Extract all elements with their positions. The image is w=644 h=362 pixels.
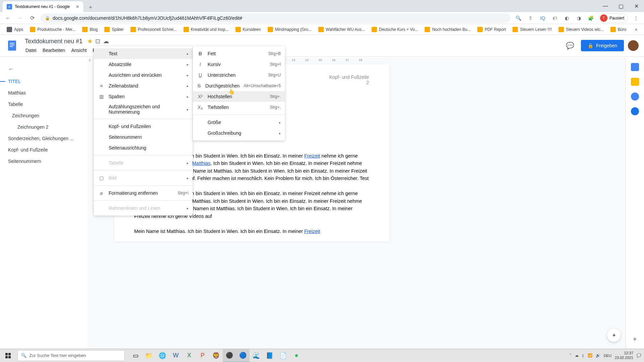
notifications-icon[interactable]: 💬 <box>637 353 641 358</box>
share-icon[interactable]: ⇪ <box>527 14 535 22</box>
outline-item[interactable]: Tabelle <box>3 99 85 110</box>
explore-button[interactable]: ✦ <box>607 328 621 342</box>
zoom-icon[interactable]: 🔍 <box>515 14 523 22</box>
word-icon[interactable]: W <box>169 349 182 362</box>
text-superscript[interactable]: X²HochstellenStrg+. <box>193 91 285 102</box>
obs-icon[interactable]: ⚫ <box>223 349 236 362</box>
bookmark-item[interactable]: Produktsuche - Mer... <box>27 25 78 34</box>
language-indicator[interactable]: DEU <box>604 354 611 358</box>
ext1-icon[interactable]: IQ <box>539 14 547 22</box>
back-button[interactable]: ← <box>4 14 12 22</box>
bookmark-item[interactable]: Kreativität und Insp... <box>181 25 231 34</box>
bookmark-item[interactable]: Steuern Videos wic... <box>556 25 606 34</box>
text-capitalization[interactable]: Großschreibung▸ <box>193 128 285 138</box>
wifi-icon[interactable]: 📶 <box>588 353 592 358</box>
menu-bearbeiten[interactable]: Bearbeiten <box>40 46 68 54</box>
bookmark-item[interactable]: Mindmapping (Gru... <box>265 25 314 34</box>
bookmark-item[interactable]: Büro <box>608 25 629 34</box>
new-tab-button[interactable]: + <box>86 3 95 12</box>
user-avatar[interactable] <box>628 40 639 51</box>
docs-logo[interactable] <box>5 39 19 52</box>
bookmark-item[interactable]: Später <box>102 25 126 34</box>
menu-datei[interactable]: Datei <box>23 46 39 54</box>
spotify-icon[interactable]: ● <box>290 349 303 362</box>
notepad-icon[interactable]: 📄 <box>276 349 290 362</box>
format-absatzstile[interactable]: Absatzstile▸ <box>94 59 193 70</box>
explorer-icon[interactable]: 📁 <box>142 349 156 362</box>
text-size[interactable]: Größe▸ <box>193 117 285 128</box>
text-underline[interactable]: UUnterstrichenStrg+U <box>193 70 285 80</box>
outline-item[interactable]: Matthias <box>3 87 85 98</box>
outline-item[interactable]: Zeichnungen 2 <box>3 122 85 132</box>
profile-paused-button[interactable]: T Pausiert <box>599 13 628 23</box>
edge-icon[interactable]: 🌐 <box>156 349 169 362</box>
format-text[interactable]: Text▸ <box>94 48 193 59</box>
tray-chevron-icon[interactable]: ˄ <box>570 353 572 358</box>
menu-icon[interactable]: ⋮ <box>632 14 640 22</box>
ext4-icon[interactable]: ◑ <box>575 14 583 22</box>
bookmarks-overflow[interactable]: » <box>632 26 640 33</box>
bookmark-item[interactable]: Blog <box>79 25 100 34</box>
task-view-button[interactable]: ▭ <box>129 349 142 362</box>
bookmark-item[interactable]: Kursideen <box>233 25 264 34</box>
start-button[interactable] <box>0 349 16 362</box>
excel-icon[interactable]: X <box>182 349 196 362</box>
text-italic[interactable]: IKursivStrg+I <box>193 59 285 70</box>
bookmark-item[interactable]: Wahlfächer WU Aus... <box>316 25 368 34</box>
menu-ansicht[interactable]: Ansicht <box>68 46 89 54</box>
format-bullets[interactable]: Aufzählungszeichen und Nummerierung▸ <box>94 102 193 117</box>
bluetooth-icon[interactable]: ᛒ <box>582 354 584 358</box>
format-header-footer[interactable]: Kopf- und Fußzeilen <box>94 121 193 132</box>
clock[interactable]: 12:37 23.02.2021 <box>615 351 633 360</box>
bookmark-item[interactable]: PDF Report <box>475 25 508 34</box>
outline-item[interactable]: Seitennummern <box>3 156 85 167</box>
outline-item[interactable]: Sonderzeichen, Gleichungen ... <box>3 133 85 144</box>
ext3-icon[interactable]: ◐ <box>563 14 571 22</box>
tasks-icon[interactable] <box>631 93 639 101</box>
browser-tab[interactable]: ≡ Textdokument neu #1 - Google ✕ <box>3 1 83 12</box>
format-page-numbers[interactable]: Seitennummern <box>94 132 193 142</box>
text-strike[interactable]: SDurchgestrichenAlt+Umschalttaste+5 <box>193 80 285 91</box>
url-bar[interactable]: 🔒 docs.google.com/document/d/1hUH8k6h7Lb… <box>40 13 511 23</box>
add-icon[interactable]: + <box>631 335 639 343</box>
outline-item[interactable]: TITEL <box>3 76 85 87</box>
brave-icon[interactable]: 🦁 <box>209 349 223 362</box>
close-window-button[interactable]: ✕ <box>629 0 644 12</box>
minimize-button[interactable]: — <box>598 0 613 12</box>
outline-item[interactable]: Kopf- und Fußzeile <box>3 144 85 155</box>
extensions-icon[interactable]: 🧩 <box>587 14 595 22</box>
share-button[interactable]: 🔒 Freigeben <box>581 40 624 51</box>
comments-button[interactable]: 💬 <box>564 39 577 52</box>
bookmark-apps[interactable]: Apps <box>4 25 26 34</box>
chrome-icon[interactable]: 🔵 <box>236 349 250 362</box>
cloud-icon[interactable]: ☁ <box>103 38 109 45</box>
text-bold[interactable]: BFettStrg+B <box>193 48 285 59</box>
powerpoint-icon[interactable]: P <box>196 349 209 362</box>
app-icon[interactable]: 📘 <box>263 349 276 362</box>
link-freizeit[interactable]: Freizeit <box>304 229 320 234</box>
bookmark-item[interactable]: Professionell Schrei... <box>128 25 179 34</box>
close-icon[interactable]: ✕ <box>76 4 79 9</box>
bookmark-item[interactable]: Noch hochladen Bu... <box>422 25 473 34</box>
outline-back-button[interactable]: ← <box>3 63 85 75</box>
link-freizeit[interactable]: Freizeit <box>304 153 320 159</box>
format-clear[interactable]: ⌀Formatierung entfernenStrg+\ <box>94 188 193 198</box>
maximize-button[interactable]: ▢ <box>613 0 629 12</box>
format-ausrichten[interactable]: Ausrichten und einrücken▸ <box>94 70 193 80</box>
keep-icon[interactable] <box>631 78 639 86</box>
bookmark-item[interactable]: Deutsche Kurs + Vo... <box>369 25 421 34</box>
contacts-icon[interactable] <box>631 107 639 115</box>
doc-title[interactable]: Textdokument neu #1 <box>23 37 85 46</box>
reload-button[interactable]: ⟳ <box>28 14 36 22</box>
forward-button[interactable]: → <box>16 14 24 22</box>
ext2-icon[interactable]: 🏷 <box>551 14 559 22</box>
outline-item[interactable]: Zeichnungen <box>3 110 85 121</box>
calendar-icon[interactable] <box>631 63 639 71</box>
link-matthias[interactable]: Matthias <box>192 161 211 166</box>
format-spalten[interactable]: ▥Spalten▸ <box>94 91 193 102</box>
bookmark-item[interactable]: Steuern Lesen !!!! <box>510 25 554 34</box>
star-icon[interactable]: ★ <box>87 38 93 45</box>
text-subscript[interactable]: X₂TiefstellenStrg+, <box>193 102 285 113</box>
format-page-orientation[interactable]: Seitenausrichtung <box>94 142 193 153</box>
edge2-icon[interactable]: 🌊 <box>250 349 263 362</box>
